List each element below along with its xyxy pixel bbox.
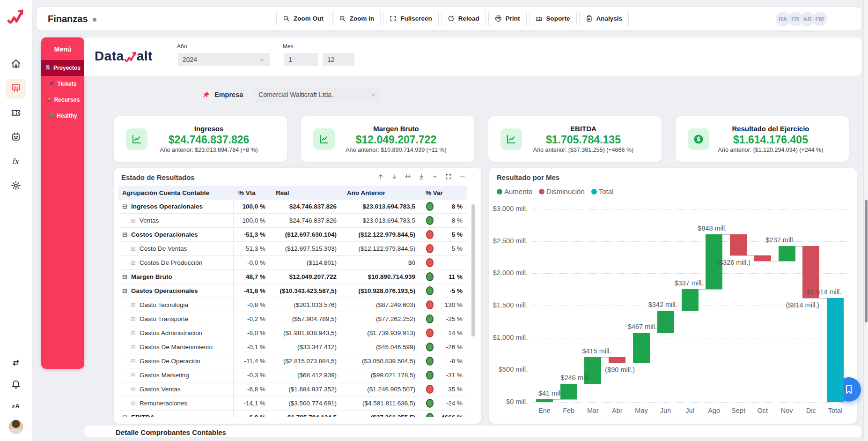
collapse-icon[interactable]: ⊟ [122,414,127,417]
sidebar-item-planner[interactable] [6,127,26,148]
monitor-chart-icon [11,83,21,95]
waterfall-bar-abr[interactable] [609,357,625,363]
table-row[interactable]: ⊞Gastos Marketing-0,3 %($68.412.939)($99… [118,368,467,382]
table-row[interactable]: ⊟Gastos Operacionales-41,8 %($10.343.423… [118,284,467,298]
status-green-indicator [426,272,434,281]
menu-item-recursos[interactable]: Recursos [41,92,84,108]
detail-section: Detalle Comprobantes Contables [84,426,861,437]
sidebar-item-functions[interactable]: fx [6,152,26,172]
menu-item-tickets[interactable]: Tickets [41,76,84,92]
company-value: Comercial Walticraft Ltda. [258,91,333,98]
menu-item-healthy[interactable]: Healthy [41,108,84,124]
x-axis-tick: Jul [678,407,702,414]
collapse-icon[interactable]: ⊟ [122,232,127,238]
company-dropdown[interactable]: Comercial Walticraft Ltda. [254,88,381,102]
column-header[interactable]: % Vta [234,189,271,196]
month-from-input[interactable] [284,53,318,66]
zoom-in-button[interactable]: Zoom In [332,11,381,26]
table-row[interactable]: ⊞Remuneraciones-14,1 %($3.500.774.691)($… [118,396,467,411]
drill-up-icon[interactable] [377,173,384,180]
column-header[interactable]: % Var [421,189,464,196]
expand-icon[interactable]: ⊞ [131,260,136,266]
sidebar-item-settings[interactable] [6,176,26,197]
drill-down-icon[interactable] [391,173,397,180]
page-scrollbar-thumb[interactable] [865,200,868,322]
waterfall-bar-ene[interactable] [536,399,553,402]
month-to-input[interactable] [323,53,354,66]
legend-item[interactable]: Aumento [497,187,532,195]
filter-icon[interactable] [432,173,438,180]
legend-item[interactable]: Total [591,187,614,195]
expand-icon[interactable]: ⊞ [131,344,136,350]
table-row[interactable]: ⊟Ingresos Operacionales100,0 %$24.746.83… [118,200,467,214]
account-name: Gastos Marketing [140,372,189,379]
waterfall-bar-sept[interactable] [730,234,747,255]
pct-var: -8 % [439,358,464,365]
table-row[interactable]: ⊞Gasto Transporte-0,2 %($57.904.789,5)($… [118,312,467,326]
waterfall-bar-total[interactable] [827,298,844,402]
kpi-value: $12.049.207.722 [346,134,447,146]
avatar-fm[interactable]: FM [812,12,827,26]
table-row[interactable]: ⊟Costos Operacionales-51,3 %($12.697.630… [118,228,467,242]
expand-icon[interactable]: ⊞ [131,246,136,252]
year-dropdown[interactable]: 2024 [178,53,270,66]
sidebar-item-home[interactable] [6,54,26,75]
table-scrollbar-thumb[interactable] [471,204,475,336]
x-axis-tick: Total [823,407,847,414]
table-row[interactable]: ⊞Gastos De Mantenimiento-0,1 %($33.347.4… [118,340,467,354]
column-header[interactable]: Año Anterior [342,189,421,196]
expand-icon[interactable]: ⊞ [131,358,136,364]
zoom-out-button[interactable]: Zoom Out [276,11,330,26]
expand-icon[interactable]: ⊞ [131,302,136,308]
table-row[interactable]: ⊞Gastos De Operación-11,4 %($2.815.073.8… [118,354,467,368]
x-axis-tick: Ago [702,407,726,414]
expand-icon[interactable]: ⊞ [131,330,136,336]
table-row[interactable]: ⊟EBITDA6,9 %$1.705.784.134,5($37.361.255… [118,411,467,417]
kpi-row: Ingresos$24.746.837.826Año anterior: $23… [114,116,849,162]
data-label: $41 mill. [523,389,579,397]
expand-icon[interactable]: ⊞ [131,372,136,378]
collapse-icon[interactable]: ⊟ [122,274,127,280]
expand-all-icon[interactable] [418,173,425,180]
sidebar-item-dashboards[interactable] [6,79,26,99]
waterfall-bar-may[interactable] [633,333,650,363]
expand-icon[interactable]: ⊞ [131,316,136,322]
reload-button[interactable]: Reload [441,11,486,26]
table-row[interactable]: ⊞Gasto Tecnologia-0,8 %($201.033.576)($8… [118,298,467,312]
expand-icon[interactable]: ⊞ [131,217,136,224]
table-row[interactable]: ⊞Costo De Ventas-51,3 %($12.697.515.303)… [118,242,467,256]
analysis-button[interactable]: Analysis [579,11,629,26]
table-row[interactable]: ⊞Costos De Producción-0,0 %($114.801)$0 [118,256,467,270]
sidebar-item-tickets[interactable] [6,103,26,124]
table-row[interactable]: ⊞Gastos Administracion-8,0 %($1.981.938.… [118,326,467,340]
fullscreen-button[interactable]: Fullscreen [383,11,439,26]
collapse-icon[interactable]: ⊟ [122,288,127,294]
x-axis-tick: May [629,407,654,414]
sidebar-item-language[interactable]: zA [8,398,23,413]
more-options-icon[interactable] [459,173,465,180]
column-header[interactable]: Real [271,189,342,196]
go-next-level-icon[interactable] [405,173,411,180]
column-header[interactable]: Agrupación Cuenta Contable [118,189,234,196]
status-green-indicator [426,357,434,366]
table-row[interactable]: ⊞Ventas100,0 %$24.746.837.826$23.013.694… [118,214,467,228]
collapse-icon[interactable]: ⊟ [122,203,127,209]
expand-icon[interactable]: ⊞ [131,400,136,406]
table-row[interactable]: ⊞Gastos Ventas-6,8 %($1.684.937.352)($1.… [118,382,467,396]
worker-icon [46,96,52,104]
table-row[interactable]: ⊟Margen Bruto48,7 %$12.049.207.722$10.89… [118,270,467,284]
print-button[interactable]: Print [488,11,527,26]
page-scrollbar[interactable] [863,0,868,441]
sidebar-item-collapse[interactable] [8,356,23,371]
pct-vta: -51,3 % [234,231,271,238]
account-name: Gastos Administracion [140,329,202,336]
sidebar-item-notifications[interactable] [8,377,23,392]
menu-item-proyectos[interactable]: Proyectos [41,60,84,76]
legend-item[interactable]: Disminución [539,187,585,195]
soporte-button[interactable]: Soporte [529,11,577,26]
expand-icon[interactable]: ⊞ [131,386,136,392]
kpi-card: $Resultado del Ejercicio$1.614.176.405Añ… [676,116,849,162]
focus-mode-icon[interactable] [445,173,452,180]
waterfall-bar-nov[interactable] [779,246,795,262]
user-avatar-photo[interactable] [8,419,23,434]
